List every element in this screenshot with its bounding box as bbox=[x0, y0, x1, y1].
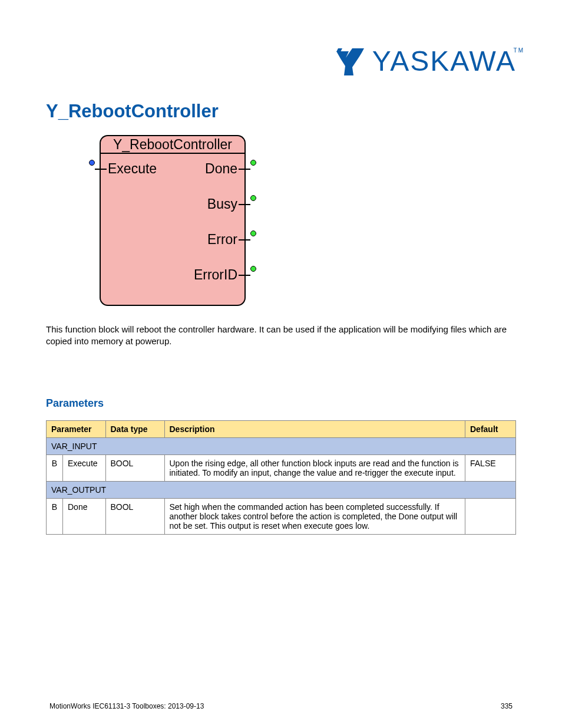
pin-icon bbox=[239, 169, 250, 170]
page-title: Y_RebootController bbox=[46, 101, 516, 122]
table-header-row: Parameter Data type Description Default bbox=[47, 420, 516, 437]
logo-text: YASKAWA TM bbox=[372, 45, 516, 77]
page-footer: MotionWorks IEC61131-3 Toolboxes: 2013-0… bbox=[0, 702, 562, 710]
output-dot-icon bbox=[250, 230, 256, 236]
table-row: B Done BOOL Set high when the commanded … bbox=[47, 498, 516, 534]
cell-type: BOOL bbox=[105, 454, 164, 481]
yaskawa-mark-icon bbox=[335, 46, 368, 77]
cell-param: Execute bbox=[63, 454, 106, 481]
port-label: Busy bbox=[207, 197, 237, 211]
input-dot-icon bbox=[89, 160, 95, 166]
group-var-output: VAR_OUTPUT bbox=[47, 481, 516, 498]
group-label: VAR_OUTPUT bbox=[47, 481, 516, 498]
output-dot-icon bbox=[250, 266, 256, 272]
fb-output-errorid: ErrorID bbox=[194, 268, 237, 282]
cell-col: B bbox=[47, 498, 63, 534]
cell-col: B bbox=[47, 454, 63, 481]
fb-output-error: Error bbox=[207, 233, 237, 246]
cell-def: FALSE bbox=[465, 454, 516, 481]
section-parameters: Parameters bbox=[46, 397, 516, 410]
col-datatype: Data type bbox=[105, 420, 164, 437]
group-label: VAR_INPUT bbox=[47, 437, 516, 454]
port-label: Done bbox=[205, 162, 237, 176]
col-description: Description bbox=[164, 420, 465, 437]
pin-icon bbox=[239, 275, 250, 276]
cell-def bbox=[465, 498, 516, 534]
fb-input-execute: Execute bbox=[108, 162, 157, 176]
fb-body: Execute Done Busy Error ErrorID bbox=[100, 153, 246, 306]
cell-param: Done bbox=[63, 498, 106, 534]
col-default: Default bbox=[465, 420, 516, 437]
port-label: ErrorID bbox=[194, 268, 237, 282]
pin-icon bbox=[95, 169, 107, 170]
group-var-input: VAR_INPUT bbox=[47, 437, 516, 454]
fb-output-busy: Busy bbox=[207, 197, 237, 211]
description-paragraph: This function block will reboot the cont… bbox=[46, 324, 516, 348]
cell-desc: Set high when the commanded action has b… bbox=[164, 498, 465, 534]
output-dot-icon bbox=[250, 160, 256, 166]
output-dot-icon bbox=[250, 195, 256, 201]
function-block-diagram: Y_RebootController Execute Done Busy Err… bbox=[82, 135, 263, 306]
footer-page-number: 335 bbox=[501, 702, 513, 710]
trademark: TM bbox=[514, 47, 524, 54]
pin-icon bbox=[239, 239, 250, 241]
col-parameter: Parameter bbox=[47, 420, 106, 437]
port-label: Execute bbox=[108, 162, 157, 176]
parameters-table: Parameter Data type Description Default … bbox=[46, 420, 516, 535]
port-label: Error bbox=[207, 233, 237, 246]
table-row: B Execute BOOL Upon the rising edge, all… bbox=[47, 454, 516, 481]
cell-type: BOOL bbox=[105, 498, 164, 534]
pin-icon bbox=[239, 204, 250, 205]
brand-logo: YASKAWA TM bbox=[46, 45, 516, 77]
cell-desc: Upon the rising edge, all other function… bbox=[164, 454, 465, 481]
fb-name: Y_RebootController bbox=[100, 135, 246, 153]
fb-output-done: Done bbox=[205, 162, 237, 176]
footer-left: MotionWorks IEC61131-3 Toolboxes: 2013-0… bbox=[49, 702, 204, 710]
